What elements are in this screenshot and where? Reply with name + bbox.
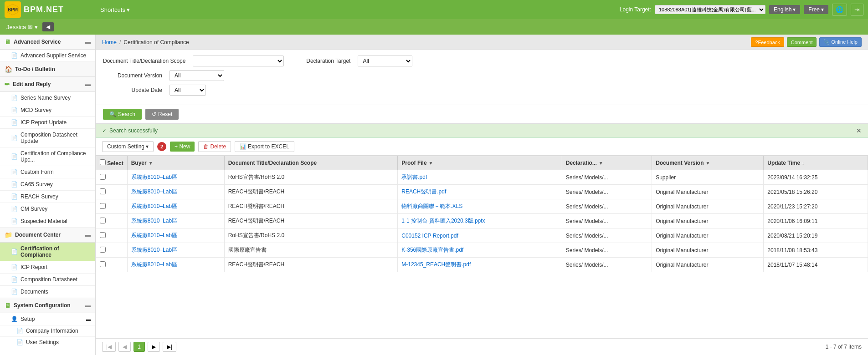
- new-button[interactable]: + New: [170, 142, 195, 152]
- proof-filter-icon[interactable]: ▼: [429, 161, 433, 166]
- logout-button[interactable]: ⇥: [851, 4, 863, 15]
- success-message: ✓ Search successfully ✕: [96, 124, 868, 138]
- sidebar-item-ca65-survey[interactable]: 📄 CA65 Survey: [0, 178, 95, 191]
- buyer-link-5[interactable]: 系統廠8010–Lab區: [131, 247, 177, 253]
- custom-setting-button[interactable]: Custom Setting ▾: [102, 141, 154, 152]
- buyer-link-1[interactable]: 系統廠8010–Lab區: [131, 188, 177, 195]
- sidebar-item-mcd-survey[interactable]: 📄 MCD Survey: [0, 104, 95, 117]
- login-target-select[interactable]: 10882088A01[遠雄科技(金馬)有限公司(藍...: [655, 5, 765, 14]
- sidebar: 🖥 Advanced Service ▬ 📄 Advanced Supplier…: [0, 35, 96, 355]
- prev-page-button[interactable]: ◀: [118, 342, 131, 352]
- export-button[interactable]: 📊 Export to EXCEL: [235, 141, 294, 152]
- buyer-link-6[interactable]: 系統廠8010–Lab區: [131, 261, 177, 268]
- sidebar-section-system-config[interactable]: 🖥 System Configuration ▬: [0, 298, 95, 313]
- sidebar-item-advanced-supplier-service[interactable]: 📄 Advanced Supplier Service: [0, 50, 95, 62]
- proof-file-link-6[interactable]: M-12345_REACH聲明書.pdf: [401, 261, 471, 268]
- row-doc-version-cell: Original Manufacturer: [652, 228, 764, 243]
- row-checkbox-3[interactable]: [100, 218, 106, 223]
- sidebar-section-todo[interactable]: 🏠 To-Do / Bulletin: [0, 62, 95, 77]
- sidebar-item-suspected-material[interactable]: 📄 Suspected Material: [0, 215, 95, 228]
- update-date-select[interactable]: All: [169, 85, 206, 96]
- doc-icon-2: 📄: [11, 95, 18, 101]
- proof-file-link-0[interactable]: 承諾書.pdf: [401, 174, 427, 180]
- update-date-label: Update Date: [103, 87, 162, 93]
- shortcuts-button[interactable]: Shortcuts ▾: [100, 6, 130, 13]
- online-help-button[interactable]: 📎 Online Help: [819, 37, 862, 47]
- buyer-link-0[interactable]: 系統廠8010–Lab區: [131, 174, 177, 180]
- sidebar-item-setup[interactable]: 👤 Setup ▬: [0, 313, 95, 325]
- row-declaration-cell: Series/ Models/...: [562, 258, 652, 272]
- plan-button[interactable]: Free ▾: [804, 5, 828, 14]
- language-button[interactable]: English ▾: [769, 5, 800, 14]
- filter-actions: 🔍 Search ↺ Reset: [96, 105, 868, 124]
- sidebar-item-composition-datasheet-dc[interactable]: 📄 Composition Datasheet: [0, 274, 95, 286]
- row-proof-file-cell: 物料廠商關聯－範本.XLS: [398, 199, 562, 214]
- user-label[interactable]: Jessica ✉ ▾: [6, 24, 38, 30]
- update-time-sort-icon[interactable]: ↓: [802, 161, 804, 166]
- feedback-button[interactable]: ?Feedback: [751, 37, 784, 47]
- comment-button[interactable]: Comment: [787, 37, 817, 47]
- row-checkbox-5[interactable]: [100, 247, 106, 253]
- page-1-button[interactable]: 1: [134, 342, 145, 352]
- buyer-filter-icon[interactable]: ▼: [149, 161, 153, 166]
- reset-button[interactable]: ↺ Reset: [145, 109, 179, 120]
- row-doc-title-cell: RoHS宣告書/RoHS 2.0: [224, 170, 398, 185]
- sidebar-item-composition-datasheet[interactable]: 📄 Composition Datasheet Update: [0, 129, 95, 147]
- row-checkbox-4[interactable]: [100, 232, 106, 238]
- collapse-advanced-service-icon: ▬: [85, 39, 91, 45]
- globe-button[interactable]: 🌐: [832, 4, 847, 15]
- row-select-cell: [96, 185, 128, 199]
- sidebar-item-cm-survey[interactable]: 📄 CM Survey: [0, 203, 95, 215]
- delete-button[interactable]: 🗑 Delete: [198, 141, 231, 152]
- first-page-button[interactable]: |◀: [102, 342, 116, 352]
- user-icon: 👤: [11, 316, 18, 322]
- table-toolbar: Custom Setting ▾ 2 + New 🗑 Delete 📊 Expo…: [96, 138, 868, 156]
- proof-file-link-5[interactable]: K-356國際原廠宣告書.pdf: [401, 247, 463, 253]
- doc-icon-6: 📄: [11, 153, 18, 160]
- sidebar-item-company-info[interactable]: 📄 Company Information: [0, 325, 95, 337]
- search-button[interactable]: 🔍 Search: [103, 109, 142, 120]
- sidebar-item-custom-form[interactable]: 📄 Custom Form: [0, 166, 95, 178]
- buyer-link-4[interactable]: 系統廠8010–Lab區: [131, 232, 177, 238]
- doc-version-select[interactable]: All: [169, 70, 224, 81]
- sidebar-item-cert-compliance-update[interactable]: 📄 Certification of Compliance Upc...: [0, 147, 95, 166]
- breadcrumb-home[interactable]: Home: [102, 39, 117, 46]
- row-checkbox-0[interactable]: [100, 174, 106, 180]
- row-checkbox-2[interactable]: [100, 203, 106, 209]
- doc-icon-11: 📄: [11, 218, 18, 224]
- doc-version-filter-icon[interactable]: ▼: [705, 161, 710, 166]
- sidebar-item-cert-compliance[interactable]: 📄 Certification of Compliance: [0, 243, 95, 261]
- proof-file-link-3[interactable]: 1-1 控制台-資料匯入2020.3版.pptx: [401, 218, 485, 224]
- proof-file-link-1[interactable]: REACH聲明書.pdf: [401, 188, 446, 195]
- proof-file-link-2[interactable]: 物料廠商關聯－範本.XLS: [401, 203, 462, 209]
- sidebar-item-documents[interactable]: 📄 Documents: [0, 286, 95, 298]
- pagination: |◀ ◀ 1 ▶ ▶| 1 - 7 of 7 items: [96, 338, 868, 355]
- monitor-icon: 🖥: [5, 38, 11, 46]
- back-button[interactable]: ◀: [42, 22, 54, 31]
- sidebar-section-document-center[interactable]: 📁 Document Center ▬: [0, 228, 95, 243]
- row-update-time-cell: 2018/11/08 18:53:43: [764, 243, 868, 258]
- sidebar-item-user-settings[interactable]: 📄 User Settings: [0, 337, 95, 348]
- sidebar-item-icp-report[interactable]: 📄 ICP Report: [0, 261, 95, 274]
- doc-title-select[interactable]: [193, 56, 284, 66]
- sidebar-item-reach-survey[interactable]: 📄 REACH Survey: [0, 191, 95, 203]
- top-bar-right: Login Target: 10882088A01[遠雄科技(金馬)有限公司(藍…: [620, 4, 863, 15]
- proof-file-link-4[interactable]: C00152 ICP Report.pdf: [401, 233, 458, 239]
- next-page-button[interactable]: ▶: [148, 342, 160, 352]
- row-checkbox-1[interactable]: [100, 188, 106, 194]
- sidebar-section-advanced-service[interactable]: 🖥 Advanced Service ▬: [0, 35, 95, 50]
- row-proof-file-cell: C00152 ICP Report.pdf: [398, 228, 562, 243]
- success-close-button[interactable]: ✕: [856, 127, 862, 134]
- row-checkbox-6[interactable]: [100, 261, 106, 267]
- buyer-link-2[interactable]: 系統廠8010–Lab區: [131, 203, 177, 209]
- declaration-target-select[interactable]: All: [358, 56, 412, 66]
- buyer-link-3[interactable]: 系統廠8010–Lab區: [131, 218, 177, 224]
- home-icon: 🏠: [5, 66, 12, 73]
- last-page-button[interactable]: ▶|: [163, 342, 176, 352]
- declaration-filter-icon[interactable]: ▼: [599, 161, 603, 166]
- row-proof-file-cell: 承諾書.pdf: [398, 170, 562, 185]
- sidebar-item-series-name-survey[interactable]: 📄 Series Name Survey: [0, 92, 95, 104]
- sidebar-item-icp-report-update[interactable]: 📄 ICP Report Update: [0, 117, 95, 129]
- select-all-checkbox[interactable]: [100, 159, 106, 165]
- sidebar-section-edit-reply[interactable]: ✏ Edit and Reply ▬: [0, 77, 95, 92]
